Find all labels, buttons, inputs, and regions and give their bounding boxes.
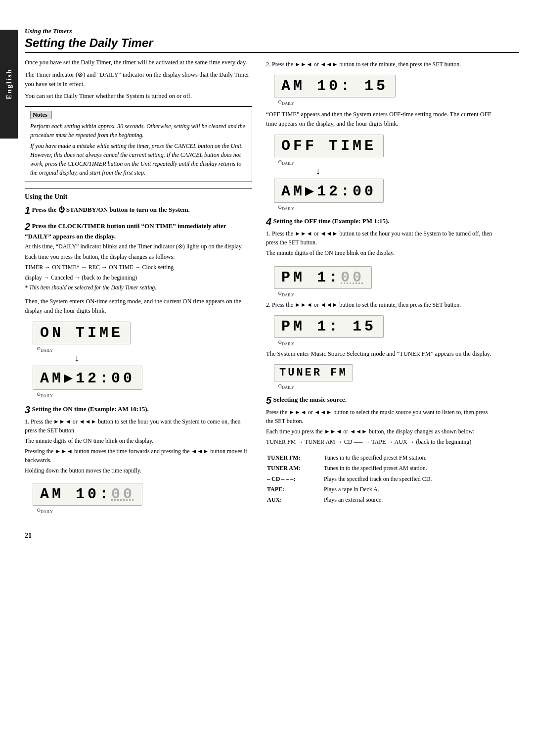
- step-1-number: 1: [25, 205, 30, 216]
- page-title: Setting the Daily Timer: [25, 36, 519, 53]
- step-3: 3 Setting the ON time (Example: AM 10:15…: [25, 404, 252, 475]
- step-1-title: Press the ⏻ STANDBY/ON button to turn on…: [32, 206, 189, 213]
- note-item-2: If you have made a mistake while setting…: [30, 142, 247, 177]
- intro-para2: The Timer indicator (⊗) and "DAILY" indi…: [25, 70, 252, 89]
- source-desc-1: Tunes in to the specified preset FM stat…: [324, 453, 492, 463]
- am-1200-display: AM▶12:00: [33, 366, 142, 390]
- on-time-display: ON TIME: [33, 322, 131, 344]
- step-3-sub1b: The minute digits of the ON time blink o…: [25, 436, 252, 445]
- step-1: 1 Press the ⏻ STANDBY/ON button to turn …: [25, 205, 252, 216]
- off-time-intro: “OFF TIME” appears and then the System e…: [266, 110, 493, 129]
- pm-100-display-group: PM 1:00 ⊙DAILY: [266, 263, 493, 297]
- am-1015-display: AM 10: 15: [274, 75, 396, 97]
- source-label-3: – CD – – –:: [267, 474, 323, 484]
- step-3-sub1d: Holding down the button moves the time r…: [25, 466, 252, 475]
- step-5-number: 5: [266, 395, 271, 406]
- step-4: 4 Setting the OFF time (Example: PM 1:15…: [266, 216, 493, 257]
- step-4-title: Setting the OFF time (Example: PM 1:15).: [273, 217, 389, 225]
- step-2-number: 2: [25, 221, 30, 232]
- step-3-sub1: 1. Press the ►►◄ or ◄◄► button to set th…: [25, 417, 252, 435]
- step-5-sequence: TUNER FM → TUNER AM → CD ––– → TAPE → AU…: [266, 437, 493, 446]
- step-5-title: Selecting the music source.: [273, 396, 347, 404]
- pm-115-display-group: PM 1: 15 ⊙DAILY: [266, 312, 493, 346]
- am-1200-2-display: AM▶12:00: [274, 179, 384, 203]
- daily-icon-1: ⊙DAILY: [37, 346, 53, 353]
- pm-100-display: PM 1:00: [274, 266, 372, 289]
- notes-box: Notes Perform each setting within approx…: [25, 106, 252, 182]
- section-label: Using the Timers: [25, 27, 519, 35]
- step-4-number: 4: [266, 216, 271, 227]
- tuner-fm-display-group: TUNER FM ⊙DAILY: [266, 361, 493, 390]
- step-2-body-5: * This item should be selected for the D…: [25, 284, 252, 292]
- step-2-body: At this time, “DAILY” indicator blinks a…: [25, 242, 252, 292]
- intro-para3: You can set the Daily Timer whether the …: [25, 92, 252, 101]
- daily-icon-5: ⊙DAILY: [278, 159, 294, 166]
- music-source-table: TUNER FM: Tunes in to the specified pres…: [266, 452, 493, 506]
- daily-icon-2: ⊙DAILY: [37, 391, 53, 398]
- step-2-title: Press the CLOCK/TIMER button until “ON T…: [25, 222, 226, 240]
- step-2: 2 Press the CLOCK/TIMER button until “ON…: [25, 221, 252, 292]
- daily-icon-7: ⊙DAILY: [278, 290, 294, 297]
- on-time-intro: Then, the System enters ON-time setting …: [25, 297, 252, 316]
- language-tab: English: [0, 30, 18, 139]
- step-4-sub2: 2. Press the ►►◄ or ◄◄► button to set th…: [266, 300, 493, 309]
- step-2-body-3: TIMER → ON TIME* → REC → ON TIME → Clock…: [25, 263, 252, 272]
- source-desc-2: Tunes in to the specified preset AM stat…: [324, 464, 492, 473]
- step-3-body: 1. Press the ►►◄ or ◄◄► button to set th…: [25, 417, 252, 475]
- daily-icon-9: ⊙DAILY: [278, 383, 294, 390]
- source-label-1: TUNER FM:: [267, 453, 323, 463]
- pm-115-display: PM 1: 15: [274, 315, 384, 338]
- step-4-sub1: 1. Press the ►►◄ or ◄◄► button to set th…: [266, 229, 493, 247]
- on-time-display-group: ON TIME ⊙DAILY ↓ AM▶12:00 ⊙DAILY: [25, 319, 252, 398]
- step-4-sub1b: The minute digits of the ON time blink o…: [266, 248, 493, 257]
- unit-heading: Using the Unit: [25, 193, 252, 201]
- daily-icon-4: ⊙DAILY: [278, 99, 294, 106]
- source-desc-5: Plays an external source.: [324, 495, 492, 505]
- step-2-body-2: Each time you press the button, the disp…: [25, 252, 252, 261]
- table-row: TUNER AM: Tunes in to the specified pres…: [267, 464, 492, 473]
- am-1015-display-group: AM 10: 15 ⊙DAILY: [266, 72, 493, 106]
- step-3-number: 3: [25, 404, 30, 415]
- off-time-display-group: OFF TIME ⊙DAILY ↓ AM▶12:00 ⊙DAILY: [266, 132, 493, 211]
- source-label-4: TAPE:: [267, 485, 323, 494]
- table-row: TUNER FM: Tunes in to the specified pres…: [267, 453, 492, 463]
- off-time-display: OFF TIME: [274, 135, 384, 157]
- daily-icon-6: ⊙DAILY: [278, 204, 294, 211]
- source-label-2: TUNER AM:: [267, 464, 323, 473]
- step-5: 5 Selecting the music source. Press the …: [266, 395, 493, 446]
- source-desc-3: Plays the specified track on the specifi…: [324, 474, 492, 484]
- step-5-sub1: Press the ►►◄ or ◄◄► button to select th…: [266, 408, 493, 425]
- daily-icon-3: ⊙DAILY: [37, 507, 53, 514]
- source-label-5: AUX:: [267, 495, 323, 505]
- step-3-sub1c: Pressing the ►►◄ button moves the time f…: [25, 447, 252, 465]
- arrow-1: ↓: [74, 353, 79, 363]
- step-3-title: Setting the ON time (Example: AM 10:15).: [32, 405, 149, 413]
- table-row: AUX: Plays an external source.: [267, 495, 492, 505]
- source-desc-4: Plays a tape in Deck A.: [324, 485, 492, 494]
- step-3-sub2-text: 2. Press the ►►◄ or ◄◄► button to set th…: [266, 60, 493, 69]
- arrow-2: ↓: [315, 166, 320, 176]
- table-row: – CD – – –: Plays the specified track on…: [267, 474, 492, 484]
- page-number: 21: [25, 532, 519, 540]
- daily-icon-8: ⊙DAILY: [278, 339, 294, 346]
- note-item-1: Perform each setting within approx. 30 s…: [30, 122, 247, 140]
- am-1000-display: AM 10:00: [33, 483, 142, 506]
- system-enter-text: The System enter Music Source Selecting …: [266, 349, 493, 359]
- am-1000-display-group: AM 10:00 ⊙DAILY: [25, 480, 252, 514]
- tuner-fm-display: TUNER FM: [274, 364, 353, 381]
- step-2-body-4: display → Canceled → (back to the beginn…: [25, 273, 252, 282]
- step-2-body-1: At this time, “DAILY” indicator blinks a…: [25, 242, 252, 251]
- table-row: TAPE: Plays a tape in Deck A.: [267, 485, 492, 494]
- step-5-sub2: Each time you press the ►►◄ or ◄◄► butto…: [266, 427, 493, 436]
- notes-title: Notes: [30, 111, 52, 119]
- intro-para1: Once you have set the Daily Timer, the t…: [25, 58, 252, 67]
